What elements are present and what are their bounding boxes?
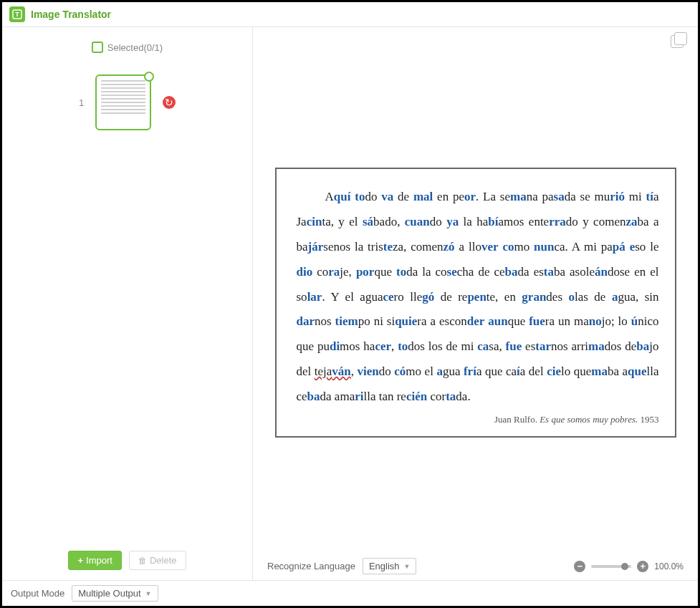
content-footer: Recognize Language English ▼ − + 100.0% <box>253 552 698 580</box>
svg-text:T: T <box>15 11 19 18</box>
bottombar: Output Mode Multiple Output ▼ <box>2 580 698 606</box>
recognize-language-select[interactable]: English ▼ <box>363 558 417 574</box>
select-all-row[interactable]: Selected(0/1) <box>11 42 244 53</box>
refresh-status-icon[interactable]: ↻ <box>163 96 176 109</box>
output-mode-value: Multiple Output <box>78 588 140 599</box>
attribution-title: Es que somos muy pobres. <box>540 414 638 425</box>
zoom-in-button[interactable]: + <box>637 561 648 572</box>
recognize-language-row: Recognize Language English ▼ <box>267 558 416 574</box>
document-attribution: Juan Rulfo. Es que somos muy pobres. 195… <box>297 414 659 426</box>
zoom-value: 100.0% <box>654 561 684 571</box>
sidebar-actions: + Import 🗑 Delete <box>11 551 244 573</box>
thumbnail-index: 1 <box>79 97 84 108</box>
copy-icon[interactable] <box>671 35 684 48</box>
thumbnail-row: 1 ↻ <box>11 74 244 130</box>
main: Selected(0/1) 1 ↻ + Import 🗑 Delete <box>2 27 698 580</box>
trash-icon: 🗑 <box>138 556 147 566</box>
attribution-author: Juan Rulfo. <box>494 414 537 425</box>
import-button[interactable]: + Import <box>68 551 121 570</box>
sidebar: Selected(0/1) 1 ↻ + Import 🗑 Delete <box>2 27 253 580</box>
caret-down-icon: ▼ <box>145 590 152 597</box>
thumbnail[interactable] <box>95 74 151 130</box>
document-preview: Aquí todo va de mal en peor. La semana p… <box>275 168 676 437</box>
caret-down-icon: ▼ <box>404 563 411 570</box>
thumbnail-select-dot[interactable] <box>144 72 154 82</box>
zoom-slider-knob[interactable] <box>621 563 628 570</box>
header: T Image Translator <box>2 2 698 27</box>
app-icon: T <box>9 6 25 22</box>
zoom-slider[interactable] <box>591 565 631 568</box>
delete-label: Delete <box>150 555 177 566</box>
document-body: Aquí todo va de mal en peor. La semana p… <box>297 185 659 410</box>
recognize-language-value: English <box>369 561 400 571</box>
zoom-out-button[interactable]: − <box>574 561 585 572</box>
output-mode-label: Output Mode <box>11 588 64 599</box>
recognize-language-label: Recognize Language <box>267 561 355 571</box>
select-all-checkbox[interactable] <box>92 42 103 53</box>
plus-icon: + <box>77 555 83 566</box>
delete-button[interactable]: 🗑 Delete <box>129 551 186 570</box>
import-label: Import <box>86 555 112 566</box>
zoom-controls: − + 100.0% <box>574 561 684 572</box>
content-toolbar <box>253 27 698 53</box>
content: Aquí todo va de mal en peor. La semana p… <box>253 27 698 580</box>
preview-area: Aquí todo va de mal en peor. La semana p… <box>253 53 698 552</box>
output-mode-select[interactable]: Multiple Output ▼ <box>72 585 158 602</box>
select-all-label: Selected(0/1) <box>107 42 163 53</box>
app-title: Image Translator <box>31 9 111 20</box>
thumbnail-preview <box>101 80 145 125</box>
attribution-year: 1953 <box>641 414 659 425</box>
